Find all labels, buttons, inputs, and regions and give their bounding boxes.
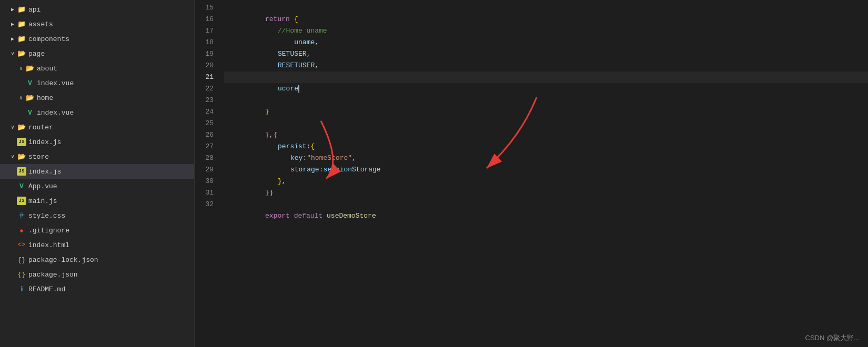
vue-icon: V	[25, 109, 35, 117]
sidebar-item-label: package-lock.json	[28, 256, 98, 264]
sidebar-item-readme[interactable]: ℹ README.md	[0, 282, 194, 297]
sidebar-item-label: README.md	[28, 285, 65, 293]
code-line-22	[224, 83, 868, 95]
json-icon: {}	[17, 271, 26, 279]
sidebar-item-label: package.json	[28, 271, 78, 279]
sidebar-item-api[interactable]: ▶ 📁 api	[0, 2, 194, 17]
folder-icon: 📁	[17, 20, 26, 28]
sidebar-item-label: .gitignore	[28, 227, 69, 234]
code-line-25: },{	[224, 118, 868, 129]
chevron-down-icon: ∨	[8, 154, 17, 160]
line-num-23: 23	[195, 95, 214, 106]
code-line-24	[224, 106, 868, 118]
sidebar-item-label: index.js	[28, 168, 61, 176]
line-num-15: 15	[195, 2, 214, 14]
line-num-29: 29	[195, 164, 214, 176]
sidebar-item-page[interactable]: ∨ 📂 page	[0, 46, 194, 61]
code-line-31	[224, 187, 868, 199]
folder-open-icon: 📂	[17, 123, 26, 131]
sidebar-item-app-vue[interactable]: V App.vue	[0, 179, 194, 193]
code-line-18: SETUSER,	[224, 37, 868, 48]
chevron-right-icon: ▶	[8, 21, 17, 27]
code-line-26: persist:{	[224, 129, 868, 141]
code-line-28: storage:sessionStorage	[224, 152, 868, 164]
sidebar-item-label: page	[28, 50, 45, 58]
sidebar-item-label: api	[28, 6, 41, 14]
folder-icon: 📁	[17, 35, 26, 43]
editor-wrapper: 15 16 17 18 19 20 21 22 23 24 25 26 27 2…	[195, 0, 868, 347]
line-num-27: 27	[195, 141, 214, 152]
json-icon: {}	[17, 256, 26, 264]
line-num-19: 19	[195, 48, 214, 60]
sidebar-item-store-index[interactable]: JS index.js	[0, 164, 194, 179]
code-editor[interactable]: 15 16 17 18 19 20 21 22 23 24 25 26 27 2…	[195, 0, 868, 347]
code-area: 15 16 17 18 19 20 21 22 23 24 25 26 27 2…	[195, 0, 868, 347]
vue-icon: V	[17, 182, 26, 190]
sidebar-item-index-html[interactable]: <> index.html	[0, 238, 194, 252]
sidebar-item-gitignore[interactable]: ◆ .gitignore	[0, 223, 194, 238]
folder-icon: 📁	[17, 5, 26, 14]
line-num-17: 17	[195, 25, 214, 37]
sidebar-item-label: components	[28, 35, 69, 43]
js-icon: JS	[17, 167, 26, 176]
sidebar-item-label: App.vue	[28, 182, 57, 190]
sidebar-item-label: assets	[28, 21, 53, 28]
folder-open-icon: 📂	[17, 152, 26, 161]
code-line-21: ucore	[224, 72, 868, 83]
code-line-30: })	[224, 176, 868, 187]
line-num-30: 30	[195, 176, 214, 187]
sidebar-item-label: router	[28, 124, 53, 131]
sidebar-item-router[interactable]: ∨ 📂 router	[0, 120, 194, 135]
sidebar-item-label: style.css	[28, 212, 65, 220]
sidebar-item-label: index.js	[28, 138, 61, 146]
sidebar-item-label: index.vue	[37, 79, 74, 87]
code-line-32: export default useDemoStore	[224, 199, 868, 210]
line-num-24: 24	[195, 106, 214, 118]
html-icon: <>	[17, 241, 26, 249]
sidebar-item-store[interactable]: ∨ 📂 store	[0, 149, 194, 164]
sidebar-item-components[interactable]: ▶ 📁 components	[0, 32, 194, 46]
folder-open-icon: 📂	[25, 64, 35, 73]
sidebar-item-label: index.vue	[37, 109, 74, 117]
git-icon: ◆	[17, 227, 26, 234]
line-num-25: 25	[195, 118, 214, 129]
code-line-23: }	[224, 95, 868, 106]
line-num-32: 32	[195, 199, 214, 210]
folder-open-icon: 📂	[17, 49, 26, 58]
sidebar-item-main-js[interactable]: JS main.js	[0, 193, 194, 208]
chevron-down-icon: ∨	[8, 50, 17, 57]
chevron-right-icon: ▶	[8, 36, 17, 42]
line-num-22: 22	[195, 83, 214, 95]
js-icon: JS	[17, 138, 26, 146]
sidebar-item-router-index[interactable]: JS index.js	[0, 135, 194, 149]
vue-icon: V	[25, 79, 35, 87]
sidebar-item-about[interactable]: ∨ 📂 about	[0, 61, 194, 76]
file-explorer: ▶ 📁 api ▶ 📁 assets ▶ 📁 components ∨ 📂 pa…	[0, 0, 195, 347]
sidebar-item-style-css[interactable]: # style.css	[0, 208, 194, 223]
css-icon: #	[17, 211, 26, 220]
sidebar-item-label: index.html	[28, 241, 69, 249]
code-line-29: },	[224, 164, 868, 176]
sidebar-item-home-index[interactable]: V index.vue	[0, 105, 194, 120]
code-line-27: key:"homeStore",	[224, 141, 868, 152]
line-num-28: 28	[195, 152, 214, 164]
code-line-15: return {	[224, 2, 868, 14]
sidebar-item-package-json[interactable]: {} package.json	[0, 267, 194, 282]
sidebar-item-label: main.js	[28, 197, 57, 205]
folder-open-icon: 📂	[25, 94, 35, 102]
sidebar-item-about-index[interactable]: V index.vue	[0, 76, 194, 90]
watermark: CSDN @聚大野...	[805, 333, 860, 343]
line-num-31: 31	[195, 187, 214, 199]
js-icon: JS	[17, 197, 26, 205]
code-line-19: RESETUSER,	[224, 48, 868, 60]
chevron-down-icon: ∨	[8, 124, 17, 130]
sidebar-item-package-lock[interactable]: {} package-lock.json	[0, 252, 194, 267]
line-num-16: 16	[195, 14, 214, 25]
sidebar-item-home[interactable]: ∨ 📂 home	[0, 90, 194, 105]
line-numbers: 15 16 17 18 19 20 21 22 23 24 25 26 27 2…	[195, 0, 222, 347]
sidebar-item-assets[interactable]: ▶ 📁 assets	[0, 17, 194, 32]
sidebar-item-label: home	[37, 94, 53, 102]
code-line-20	[224, 60, 868, 72]
line-num-18: 18	[195, 37, 214, 48]
line-num-21: 21	[195, 72, 214, 83]
